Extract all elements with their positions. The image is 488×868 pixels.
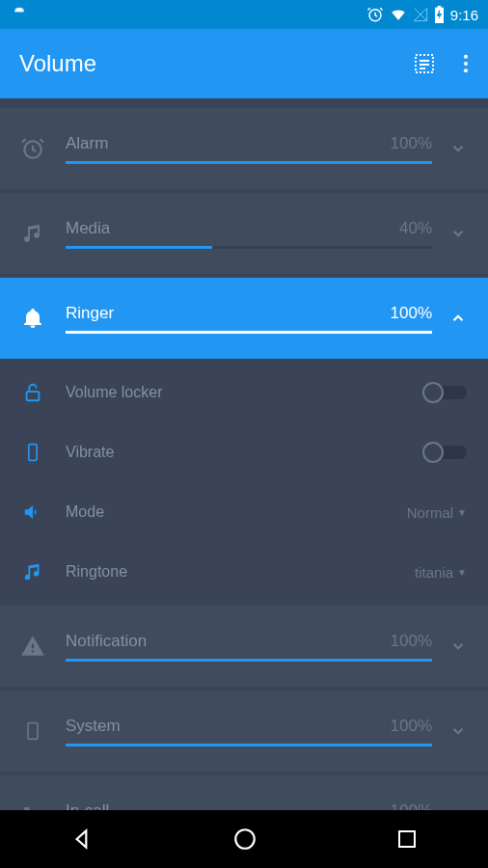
app-bar: Volume	[0, 29, 488, 98]
nav-recent-icon[interactable]	[395, 827, 419, 851]
phone-portrait-icon	[14, 719, 52, 744]
sub-label: Volume locker	[66, 384, 422, 401]
volume-slider[interactable]	[66, 246, 432, 249]
volume-label: Notification	[66, 632, 147, 651]
svg-rect-9	[28, 723, 38, 740]
sub-row-vibrate[interactable]: Vibrate	[0, 422, 488, 482]
status-bar: 9:16	[0, 0, 488, 29]
volume-label: Ringer	[66, 304, 114, 323]
alarm-icon	[14, 136, 52, 161]
battery-icon	[434, 6, 445, 23]
volume-row-ringer[interactable]: Ringer100%	[0, 278, 488, 359]
speaker-icon	[14, 502, 52, 523]
svg-point-4	[464, 62, 468, 66]
sub-label: Vibrate	[66, 444, 422, 461]
music-icon	[14, 222, 52, 245]
page-title: Volume	[19, 50, 96, 77]
volume-row-system[interactable]: System100%	[0, 691, 488, 772]
nav-back-icon[interactable]	[69, 827, 95, 852]
status-time: 9:16	[450, 7, 478, 23]
volume-slider[interactable]	[66, 659, 432, 662]
phone-portrait-icon	[14, 442, 52, 463]
volume-locker-switch[interactable]	[422, 383, 467, 402]
alarm-status-icon	[366, 6, 384, 23]
ringtone-dropdown[interactable]: titania▼	[415, 564, 467, 581]
svg-rect-11	[399, 831, 415, 847]
svg-rect-8	[29, 445, 37, 461]
android-head-icon	[10, 6, 29, 23]
navigation-bar	[0, 810, 488, 868]
vibrate-switch[interactable]	[422, 443, 467, 462]
volume-label: Media	[66, 219, 110, 238]
lock-open-icon	[14, 382, 52, 403]
volume-percent: 100%	[391, 717, 432, 736]
sub-label: Ringtone	[66, 563, 415, 581]
overflow-menu-icon[interactable]	[463, 53, 469, 74]
caret-down-icon: ▼	[457, 567, 467, 578]
volume-row-alarm[interactable]: Alarm100%	[0, 108, 488, 189]
volume-percent: 100%	[391, 632, 432, 651]
no-sim-icon	[413, 6, 428, 23]
nav-home-icon[interactable]	[232, 827, 258, 852]
volume-list: Alarm100% Media40% Ringer100% Volume loc…	[0, 98, 488, 856]
volume-label: Alarm	[66, 134, 108, 153]
volume-percent: 100%	[391, 304, 432, 323]
volume-label: System	[66, 717, 121, 736]
sub-label: Mode	[66, 503, 407, 521]
wifi-icon	[390, 6, 407, 23]
mode-dropdown[interactable]: Normal▼	[407, 504, 467, 521]
svg-point-10	[235, 829, 255, 849]
caret-down-icon: ▼	[457, 507, 467, 518]
volume-row-notification[interactable]: Notification100%	[0, 606, 488, 687]
warning-icon	[14, 634, 52, 659]
volume-slider[interactable]	[66, 161, 432, 164]
music-icon	[14, 561, 52, 583]
chevron-down-icon[interactable]	[446, 140, 471, 157]
svg-rect-7	[27, 392, 40, 400]
volume-row-media[interactable]: Media40%	[0, 193, 488, 274]
volume-percent: 40%	[399, 219, 432, 238]
svg-point-5	[464, 68, 468, 72]
chevron-up-icon[interactable]	[446, 310, 471, 327]
list-select-icon[interactable]	[413, 52, 436, 75]
volume-slider[interactable]	[66, 331, 432, 334]
chevron-down-icon[interactable]	[446, 225, 471, 242]
sub-row-mode[interactable]: Mode Normal▼	[0, 482, 488, 542]
bell-icon	[14, 307, 52, 330]
sub-row-ringtone[interactable]: Ringtone titania▼	[0, 542, 488, 602]
volume-percent: 100%	[391, 134, 432, 153]
svg-point-3	[464, 55, 468, 59]
chevron-down-icon[interactable]	[446, 722, 471, 740]
chevron-down-icon[interactable]	[446, 637, 471, 655]
sub-row-volume-locker[interactable]: Volume locker	[0, 363, 488, 422]
volume-slider[interactable]	[66, 744, 432, 746]
